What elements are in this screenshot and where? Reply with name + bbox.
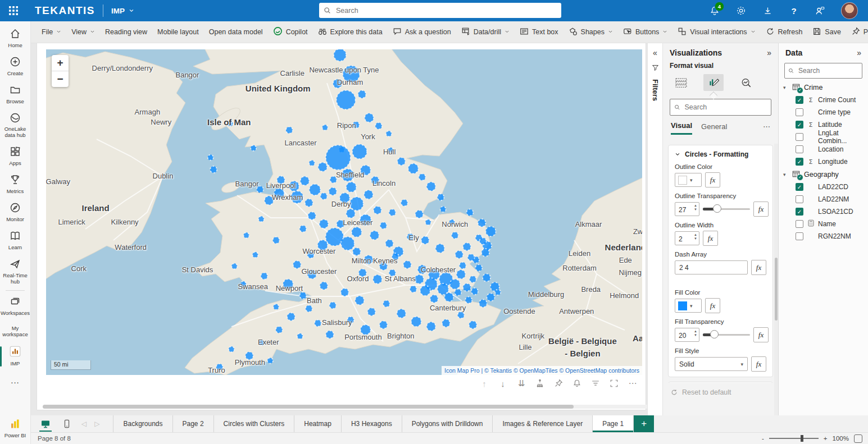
settings-gear-icon[interactable] [735, 5, 747, 16]
map-data-circle[interactable] [326, 145, 351, 170]
next-page-icon[interactable]: ▷ [94, 420, 99, 428]
spinner-carets[interactable]: ▲▼ [694, 204, 697, 211]
map-data-circle[interactable] [352, 144, 367, 159]
map-data-circle[interactable] [210, 166, 217, 173]
tab-general[interactable]: General [701, 122, 727, 134]
map-data-circle[interactable] [361, 165, 371, 175]
sidebar-more-icon[interactable]: ... [0, 371, 30, 390]
page-tab-page-1[interactable]: Page 1 [592, 415, 634, 432]
map-data-circle[interactable] [326, 228, 344, 246]
collapse-pane-icon[interactable]: » [857, 48, 861, 57]
map-data-circle[interactable] [465, 297, 472, 304]
checkbox-unchecked[interactable] [796, 220, 803, 228]
map-data-circle[interactable] [293, 260, 301, 268]
map-data-circle[interactable] [421, 236, 429, 244]
map-data-circle[interactable] [265, 196, 274, 205]
map-data-circle[interactable] [347, 317, 354, 323]
toolbar-pin-to-a-dashboard-button[interactable]: Pin to a dashboard [846, 21, 868, 43]
download-icon[interactable] [762, 5, 773, 16]
filter-icon[interactable] [590, 378, 601, 388]
map-data-circle[interactable] [258, 216, 264, 222]
map-data-circle[interactable] [435, 244, 444, 253]
map-data-circle[interactable] [352, 227, 362, 237]
map-data-circle[interactable] [229, 346, 234, 352]
map-data-circle[interactable] [231, 263, 237, 269]
format-tab-icon[interactable] [703, 74, 724, 91]
fill-color-picker[interactable]: ▾ [675, 299, 702, 313]
map-data-circle[interactable] [289, 181, 299, 191]
map-data-circle[interactable] [487, 293, 495, 301]
checkbox-unchecked[interactable] [796, 232, 803, 240]
outline-transparency-slider[interactable] [703, 202, 750, 216]
map-data-circle[interactable] [307, 270, 316, 279]
data-rows-card[interactable]: Data Rows [668, 382, 773, 383]
map-data-circle[interactable] [299, 226, 306, 232]
more-options-icon[interactable]: ⋯ [628, 378, 638, 388]
map-data-circle[interactable] [373, 275, 382, 284]
notifications-icon[interactable]: 4 [709, 5, 720, 16]
collapse-left-icon[interactable]: « [653, 48, 657, 57]
map-data-circle[interactable] [483, 274, 490, 282]
spinner-carets[interactable]: ▲▼ [694, 329, 697, 337]
map-data-circle[interactable] [466, 209, 473, 216]
arrow-up-icon[interactable]: ↑ [479, 378, 489, 388]
map-data-circle[interactable] [287, 313, 295, 321]
map-data-circle[interactable] [463, 243, 471, 251]
map-data-circle[interactable] [420, 286, 430, 296]
map-data-circle[interactable] [418, 265, 427, 274]
zoom-out-button[interactable]: - [762, 435, 764, 442]
field-longitude[interactable]: ✓ΣLongitude [779, 155, 868, 168]
map-data-circle[interactable] [468, 254, 475, 261]
collapse-pane-icon[interactable]: » [767, 48, 771, 57]
map-data-circle[interactable] [389, 269, 396, 276]
map-data-circle[interactable] [330, 176, 337, 183]
map-data-circle[interactable] [410, 286, 417, 292]
map-data-circle[interactable] [308, 212, 316, 219]
feedback-icon[interactable] [815, 5, 826, 16]
map-data-circle[interactable] [320, 282, 328, 290]
map-zoom-in-button[interactable]: + [52, 55, 69, 71]
map-data-circle[interactable] [337, 220, 344, 228]
drill-tree-icon[interactable] [535, 378, 545, 388]
toolbar-shapes-button[interactable]: Shapes [563, 21, 618, 43]
page-tab-h3-hexagons[interactable]: H3 Hexagons [341, 415, 402, 432]
analytics-tab-icon[interactable] [736, 74, 756, 91]
map-data-circle[interactable] [425, 219, 431, 225]
map-data-circle[interactable] [385, 240, 393, 248]
map-data-circle[interactable] [306, 305, 312, 312]
outline-width-spinner[interactable]: ▲▼ [675, 231, 699, 245]
map-data-circle[interactable] [383, 300, 390, 307]
filters-pane-title[interactable]: Filters [651, 79, 660, 101]
page-tab-backgrounds[interactable]: Backgrounds [113, 415, 172, 432]
field-location[interactable]: Location [779, 143, 868, 155]
pane-scrollbar-thumb[interactable] [775, 258, 778, 320]
checkbox-checked[interactable]: ✓ [796, 208, 803, 216]
sidebar-item-onelake-data-hub[interactable]: OneLake data hub [0, 109, 30, 143]
checkbox-unchecked[interactable] [796, 108, 803, 116]
map-data-circle[interactable] [299, 292, 306, 299]
zoom-slider-thumb[interactable] [801, 435, 803, 442]
map-data-circle[interactable] [374, 207, 381, 214]
map-attribution[interactable]: Icon Map Pro | © Tekantis © OpenMapTiles… [442, 366, 642, 375]
data-search[interactable] [784, 63, 862, 79]
field-lad22cd[interactable]: ✓LAD22CD [779, 181, 868, 193]
format-tabs-more-icon[interactable]: ⋯ [763, 122, 770, 134]
map-data-circle[interactable] [442, 319, 450, 327]
map-data-circle[interactable] [319, 219, 328, 228]
data-search-input[interactable] [797, 66, 858, 75]
toolbar-text-box-button[interactable]: Text box [515, 21, 563, 43]
map-data-circle[interactable] [257, 186, 263, 193]
map-data-circle[interactable] [455, 250, 463, 258]
map-data-circle[interactable] [449, 219, 455, 225]
map-data-circle[interactable] [388, 148, 393, 153]
map-data-circle[interactable] [208, 155, 213, 161]
map-data-circle[interactable] [397, 158, 405, 166]
map-data-circle[interactable] [216, 364, 223, 370]
map-data-circle[interactable] [375, 122, 382, 129]
help-icon[interactable]: ? [788, 5, 799, 16]
sidebar-item-my-workspace[interactable]: My workspace [0, 321, 30, 342]
sidebar-item-apps[interactable]: Apps [0, 143, 30, 171]
toolbar-file-button[interactable]: File [37, 21, 66, 43]
toolbar-open-data-model-button[interactable]: Open data model [204, 21, 268, 43]
map-data-circle[interactable] [353, 248, 361, 255]
